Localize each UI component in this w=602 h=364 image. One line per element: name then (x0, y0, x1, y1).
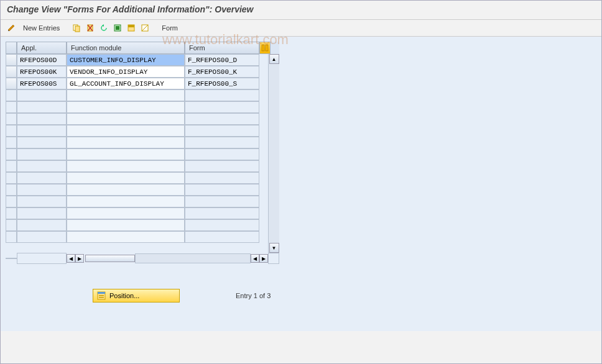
select-all-icon[interactable] (112, 22, 123, 34)
table-row-empty[interactable] (6, 231, 279, 243)
grid-header-row: Appl. Function module Form (6, 42, 279, 54)
table-row-empty[interactable] (6, 172, 279, 184)
table-row[interactable]: RFEPOS00K VENDOR_INFO_DISPLAY F_RFEPOS00… (6, 66, 279, 78)
page-title: Change View "Forms For Additional Inform… (7, 4, 254, 14)
col-header-appl[interactable]: Appl. (17, 42, 67, 54)
horizontal-scrollbar-row: ◀ ▶ ◀ ▶ (6, 253, 279, 264)
scroll-left-end-icon[interactable]: ◀ (251, 254, 259, 263)
row-selector[interactable] (6, 66, 17, 78)
scroll-right-end-icon[interactable]: ▶ (259, 254, 268, 263)
cell-function-module[interactable]: CUSTOMER_INFO_DISPLAY (67, 54, 185, 66)
scroll-down-icon[interactable]: ▼ (269, 243, 279, 253)
table-row-empty[interactable] (6, 184, 279, 196)
cell-appl[interactable]: RFEPOS00K (17, 66, 67, 78)
table-row-empty[interactable] (6, 137, 279, 148)
table-row-empty[interactable] (6, 207, 279, 219)
cell-appl[interactable]: RFEPOS00S (17, 78, 67, 89)
configure-columns-icon[interactable] (259, 42, 271, 54)
row-selector-header[interactable] (6, 42, 17, 54)
table-row-empty[interactable] (6, 160, 279, 172)
table-row-empty[interactable] (6, 148, 279, 160)
row-selector[interactable] (6, 54, 17, 66)
scroll-thumb[interactable] (85, 255, 135, 262)
grid-body: RFEPOS00D CUSTOMER_INFO_DISPLAY F_RFEPOS… (6, 54, 279, 253)
scroll-up-icon[interactable]: ▲ (269, 54, 279, 64)
table-row[interactable]: RFEPOS00D CUSTOMER_INFO_DISPLAY F_RFEPOS… (6, 54, 279, 66)
svg-rect-4 (116, 26, 119, 30)
cell-form[interactable]: F_RFEPOS00_K (185, 66, 259, 78)
data-grid: Appl. Function module Form RFEPOS00D CUS… (6, 42, 279, 264)
col-header-form[interactable]: Form (185, 42, 259, 54)
table-row-empty[interactable] (6, 219, 279, 231)
copy-as-icon[interactable] (71, 22, 82, 34)
entry-counter: Entry 1 of 3 (236, 292, 271, 299)
svg-rect-11 (98, 292, 105, 294)
cell-appl[interactable]: RFEPOS00D (17, 54, 67, 66)
scroll-left-icon[interactable]: ◀ (67, 254, 75, 263)
table-row-empty[interactable] (6, 196, 279, 207)
form-button[interactable]: Form (158, 23, 182, 33)
scroll-right-icon[interactable]: ▶ (75, 254, 84, 263)
cell-function-module[interactable]: VENDOR_INFO_DISPLAY (67, 66, 185, 78)
content-area: Appl. Function module Form RFEPOS00D CUS… (1, 37, 601, 331)
col-header-function-module[interactable]: Function module (67, 42, 185, 54)
svg-rect-1 (75, 26, 80, 32)
position-button-label: Position... (109, 292, 139, 299)
footer-area: Position... Entry 1 of 3 (6, 289, 596, 303)
deselect-all-icon[interactable] (139, 22, 150, 34)
position-icon (97, 291, 106, 300)
svg-rect-6 (128, 25, 134, 27)
table-row[interactable]: RFEPOS00S GL_ACCOUNT_INFO_DISPLAY F_RFEP… (6, 78, 279, 89)
select-block-icon[interactable] (126, 22, 137, 34)
svg-rect-13 (99, 297, 104, 298)
row-selector[interactable] (6, 78, 17, 89)
delete-icon[interactable] (85, 22, 96, 34)
table-row-empty[interactable] (6, 89, 279, 101)
table-row-empty[interactable] (6, 113, 279, 125)
undo-change-icon[interactable] (98, 22, 109, 34)
table-row-empty[interactable] (6, 125, 279, 137)
title-bar: Change View "Forms For Additional Inform… (1, 1, 601, 20)
toggle-change-icon[interactable] (6, 22, 17, 34)
cell-form[interactable]: F_RFEPOS00_D (185, 54, 259, 66)
svg-rect-12 (99, 295, 104, 296)
new-entries-button[interactable]: New Entries (19, 23, 63, 33)
table-row-empty[interactable] (6, 101, 279, 113)
application-toolbar: New Entries Form (1, 20, 601, 37)
svg-rect-8 (262, 45, 264, 51)
cell-function-module[interactable]: GL_ACCOUNT_INFO_DISPLAY (67, 78, 185, 89)
vertical-scrollbar[interactable]: ▲ ▼ (268, 54, 279, 253)
cell-form[interactable]: F_RFEPOS00_S (185, 78, 259, 89)
svg-rect-9 (266, 45, 268, 51)
position-button[interactable]: Position... (93, 289, 180, 303)
grid-corner (6, 258, 17, 259)
